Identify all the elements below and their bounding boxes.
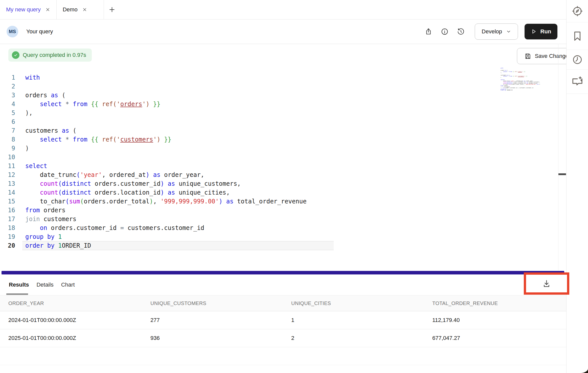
editor-scrollbar-thumb[interactable] (558, 173, 566, 175)
table-cell: 112,179.40 (432, 311, 460, 329)
table-row: 2025-01-01T00:00:00.000Z9362677,047.27 (0, 329, 566, 347)
plus-icon (109, 6, 115, 13)
results-tab-details[interactable]: Details (36, 282, 53, 288)
column-header: ORDER_YEAR (8, 295, 44, 311)
tab-label: Demo (63, 6, 78, 13)
code-text: order by 1ORDER_ID (25, 241, 91, 250)
sidebar-ai-assistant-button[interactable] (567, 70, 588, 94)
close-tab-icon[interactable] (45, 7, 50, 12)
code-line[interactable]: 3orders as ( (0, 91, 556, 100)
line-number: 1 (0, 73, 15, 82)
table-row: 2024-01-01T00:00:00.000Z2771112,179.40 (0, 311, 566, 329)
run-label: Run (540, 28, 551, 35)
download-icon (542, 279, 551, 288)
code-text: count(distinct orders.customer_id) as un… (25, 179, 241, 188)
save-label: Save Changes (535, 53, 571, 59)
download-results-button[interactable] (539, 276, 554, 291)
bookmark-icon (572, 30, 583, 42)
table-cell: 2024-01-01T00:00:00.000Z (8, 311, 76, 329)
avatar: MS (7, 26, 18, 37)
sidebar-explore-button[interactable] (567, 0, 588, 22)
line-number: 5 (0, 109, 15, 118)
sidebar-history-button[interactable] (567, 50, 588, 70)
success-check-icon (12, 51, 19, 59)
code-line[interactable]: 12 date_trunc('year', ordered_at) as ord… (0, 171, 556, 179)
query-history-button[interactable] (456, 27, 466, 36)
code-text: with (25, 73, 40, 82)
code-line[interactable]: 11select (0, 162, 556, 171)
column-header: UNIQUE_CITIES (291, 295, 331, 311)
history-icon (457, 28, 465, 35)
line-number: 11 (0, 162, 15, 171)
code-line[interactable]: 19group by 1 (0, 232, 556, 241)
code-text: to_char(sum(orders.order_total), '999,99… (25, 197, 307, 206)
line-number: 20 (0, 241, 15, 250)
query-header: MS Your query Develop (0, 19, 566, 44)
sql-editor[interactable]: 1with23orders as (4 select * from {{ ref… (0, 64, 566, 271)
minimap-line: order by 1ORDER_ID (501, 90, 540, 91)
active-tab-underline (6, 293, 28, 295)
sidebar-bookmarks-button[interactable] (567, 22, 588, 50)
chevron-down-icon (506, 29, 511, 34)
header-actions: Develop Run (424, 19, 557, 44)
line-number: 18 (0, 224, 15, 232)
line-number: 9 (0, 144, 15, 153)
info-icon (441, 28, 448, 35)
table-row-empty (0, 347, 566, 365)
sql-ide-app: My new queryDemo MS Your query (0, 0, 588, 373)
editor-tab[interactable]: My new query (0, 0, 57, 19)
run-button[interactable]: Run (525, 24, 557, 39)
save-icon (524, 53, 531, 60)
code-line[interactable]: 1with (0, 73, 556, 82)
code-line[interactable]: 10 (0, 153, 556, 162)
column-header: TOTAL_ORDER_REVENUE (432, 295, 498, 311)
results-tab-chart[interactable]: Chart (61, 282, 75, 288)
code-line[interactable]: 6 (0, 118, 556, 126)
status-text: Query completed in 0.97s (23, 52, 86, 58)
code-text: orders as ( (25, 91, 65, 100)
line-number: 6 (0, 118, 15, 126)
code-text: select (25, 162, 47, 171)
code-line[interactable]: 8 select * from {{ ref('customers') }} (0, 135, 556, 144)
share-button[interactable] (424, 27, 433, 36)
query-status-badge: Query completed in 0.97s (8, 49, 92, 62)
code-line[interactable]: 17join customers (0, 215, 556, 224)
page-title: Your query (26, 19, 53, 44)
line-number: 16 (0, 206, 15, 215)
code-line[interactable]: 2 (0, 82, 556, 91)
code-text: on orders.customer_id = customers.custom… (25, 224, 204, 232)
code-text: ) (25, 144, 29, 153)
develop-dropdown[interactable]: Develop (475, 24, 518, 40)
develop-label: Develop (482, 28, 502, 35)
results-tab-results[interactable]: Results (9, 282, 29, 288)
code-text: count(distinct orders.location_id) as un… (25, 188, 230, 197)
code-line[interactable]: 20order by 1ORDER_ID (0, 241, 556, 250)
code-line[interactable]: 14 count(distinct orders.location_id) as… (0, 188, 556, 197)
code-line[interactable]: 4 select * from {{ ref('orders') }} (0, 100, 556, 109)
code-line[interactable]: 5), (0, 109, 556, 118)
editor-tab[interactable]: Demo (57, 0, 104, 19)
line-number: 10 (0, 153, 15, 162)
new-tab-button[interactable] (104, 0, 120, 19)
code-text: group by 1 (25, 232, 62, 241)
code-line[interactable]: 18 on orders.customer_id = customers.cus… (0, 224, 556, 232)
info-button[interactable] (440, 27, 449, 36)
code-line[interactable]: 7customers as ( (0, 126, 556, 135)
play-icon (531, 29, 537, 34)
code-line[interactable]: 16from orders (0, 206, 556, 215)
table-cell: 2025-01-01T00:00:00.000Z (8, 329, 76, 347)
panel-divider[interactable] (2, 271, 564, 274)
editor-scroll-track (558, 44, 558, 271)
code-line[interactable]: 9) (0, 144, 556, 153)
code-text: select * from {{ ref('customers') }} (25, 135, 171, 144)
ai-chat-icon (571, 76, 583, 88)
code-line[interactable]: 15 to_char(sum(orders.order_total), '999… (0, 197, 556, 206)
compass-icon (572, 6, 583, 17)
line-number: 2 (0, 82, 15, 91)
annotation-red-box (524, 272, 569, 295)
line-number: 15 (0, 197, 15, 206)
line-number: 19 (0, 232, 15, 241)
close-tab-icon[interactable] (82, 7, 87, 12)
editor-minimap[interactable]: with orders as ( select * from {{ ref('o… (501, 68, 540, 92)
code-line[interactable]: 13 count(distinct orders.customer_id) as… (0, 179, 556, 188)
